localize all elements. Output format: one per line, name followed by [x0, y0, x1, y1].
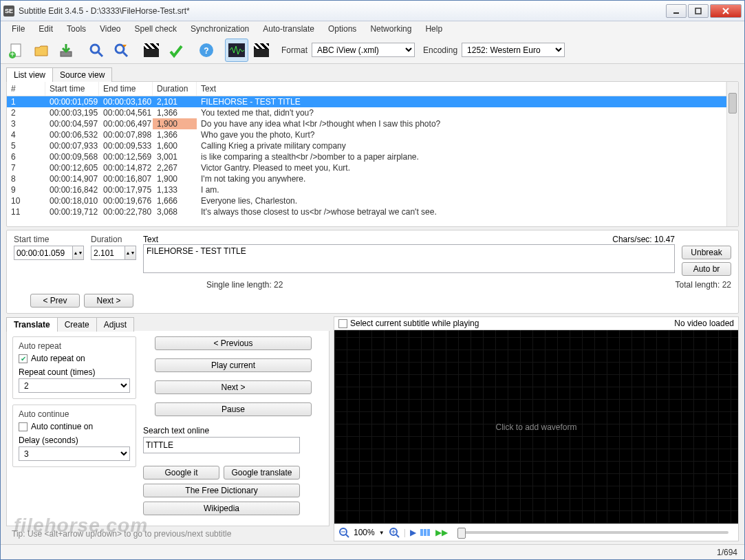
- svg-line-19: [396, 535, 399, 537]
- table-row[interactable]: 1100:00:19,71200:00:22,7803,068It's alwa…: [7, 206, 726, 217]
- spellcheck-icon[interactable]: [164, 39, 188, 62]
- col-end[interactable]: End time: [99, 82, 153, 96]
- duration-spinner[interactable]: ▲▼: [125, 246, 136, 260]
- start-time-input[interactable]: [14, 246, 73, 260]
- format-select[interactable]: ABC iView (.xml): [312, 43, 415, 57]
- table-row[interactable]: 500:00:07,93300:00:09,5331,600Calling Kr…: [7, 140, 726, 151]
- encoding-select[interactable]: 1252: Western Euro: [462, 43, 565, 57]
- menu-networking[interactable]: Networking: [365, 23, 417, 35]
- col-start[interactable]: Start time: [45, 82, 99, 96]
- google-translate-button[interactable]: Google translate: [224, 466, 300, 480]
- waveform-hint: Click to add waveform: [495, 422, 576, 432]
- tab-sourceview[interactable]: Source view: [52, 67, 112, 82]
- play-icon[interactable]: ▶: [410, 528, 416, 537]
- svg-line-11: [123, 52, 127, 56]
- status-counter: 1/694: [717, 548, 737, 557]
- window-title: Subtitle Edit 3.4.5 - D:\3333\FileHorse-…: [19, 6, 665, 16]
- autocontinue-checkbox[interactable]: [19, 422, 28, 431]
- grid-header: # Start time End time Duration Text: [7, 82, 726, 96]
- position-slider[interactable]: [457, 531, 728, 534]
- zoom-value: 100%: [354, 528, 375, 537]
- app-window: SE Subtitle Edit 3.4.5 - D:\3333\FileHor…: [0, 0, 745, 560]
- google-it-button[interactable]: Google it: [143, 466, 219, 480]
- free-dictionary-button[interactable]: The Free Dictionary: [143, 484, 300, 497]
- select-while-playing-checkbox[interactable]: [338, 319, 347, 328]
- translate-prev-button[interactable]: < Previous: [155, 336, 312, 350]
- table-row[interactable]: 900:00:16,84200:00:17,9751,133I am.: [7, 184, 726, 195]
- repeat-count-select[interactable]: 2: [19, 378, 130, 393]
- table-row[interactable]: 400:00:06,53200:00:07,8981,366Who gave y…: [7, 129, 726, 140]
- menu-help[interactable]: Help: [420, 23, 448, 35]
- menu-file[interactable]: File: [6, 23, 30, 35]
- zoom-in-icon[interactable]: [389, 527, 400, 538]
- tab-listview[interactable]: List view: [6, 67, 53, 82]
- tab-translate[interactable]: Translate: [6, 317, 58, 332]
- zoom-out-icon[interactable]: [338, 527, 349, 538]
- table-row[interactable]: 800:00:14,90700:00:16,8071,900I'm not ta…: [7, 173, 726, 184]
- menu-options[interactable]: Options: [323, 23, 362, 35]
- pause-button[interactable]: Pause: [155, 402, 312, 416]
- menu-autotranslate[interactable]: Auto-translate: [257, 23, 320, 35]
- svg-rect-24: [427, 529, 430, 536]
- col-text[interactable]: Text: [197, 82, 726, 96]
- svg-point-8: [91, 45, 99, 53]
- waveform-area[interactable]: Click to add waveform: [334, 330, 739, 524]
- menu-video[interactable]: Video: [94, 23, 126, 35]
- frames-icon[interactable]: [420, 528, 431, 537]
- autocontinue-title: Auto continue: [19, 409, 130, 419]
- col-num[interactable]: #: [7, 82, 45, 96]
- minimize-button[interactable]: [666, 4, 687, 18]
- toolbar: + ? Format ABC iView (.xml) Encoding 125…: [1, 36, 744, 64]
- autorepeat-checkbox[interactable]: ✔: [19, 354, 28, 363]
- new-file-icon[interactable]: +: [5, 39, 28, 62]
- help-icon[interactable]: ?: [195, 39, 218, 62]
- unbreak-button[interactable]: Unbreak: [682, 246, 731, 259]
- open-file-icon[interactable]: [30, 39, 53, 62]
- table-row[interactable]: 300:00:04,59700:00:06,4971,900Do you hav…: [7, 118, 726, 129]
- prev-button[interactable]: < Prev: [30, 294, 80, 308]
- menu-tools[interactable]: Tools: [61, 23, 91, 35]
- app-icon: SE: [3, 6, 14, 17]
- svg-line-9: [98, 52, 102, 56]
- tab-adjust[interactable]: Adjust: [96, 317, 134, 332]
- menu-edit[interactable]: Edit: [33, 23, 58, 35]
- start-time-label: Start time: [14, 235, 84, 244]
- table-row[interactable]: 200:00:03,19500:00:04,5611,366You texted…: [7, 107, 726, 118]
- delay-label: Delay (seconds): [19, 435, 130, 445]
- col-dur[interactable]: Duration: [153, 82, 197, 96]
- table-row[interactable]: 1000:00:18,01000:00:19,6761,666Everyone …: [7, 195, 726, 206]
- delay-select[interactable]: 3: [19, 446, 130, 461]
- video-header: Select current subtitle while playing No…: [334, 316, 739, 330]
- video-toggle-icon[interactable]: [250, 39, 273, 62]
- table-row[interactable]: 700:00:12,60500:00:14,8722,267Victor Gan…: [7, 162, 726, 173]
- table-row[interactable]: 100:00:01,05900:00:03,1602,101FILEHORSE …: [7, 96, 726, 107]
- wikipedia-button[interactable]: Wikipedia: [143, 502, 300, 515]
- autobr-button[interactable]: Auto br: [682, 262, 731, 276]
- no-video-label: No video loaded: [674, 319, 734, 328]
- menu-spellcheck[interactable]: Spell check: [129, 23, 182, 35]
- tab-create[interactable]: Create: [57, 317, 97, 332]
- save-file-icon[interactable]: [54, 39, 78, 62]
- waveform-toggle-icon[interactable]: [225, 39, 248, 62]
- svg-point-10: [116, 45, 124, 53]
- table-row[interactable]: 600:00:09,56800:00:12,5693,001is like co…: [7, 151, 726, 162]
- svg-text:?: ?: [204, 46, 208, 56]
- visual-sync-icon[interactable]: [140, 39, 163, 62]
- start-time-spinner[interactable]: ▲▼: [73, 246, 84, 260]
- subtitle-text-input[interactable]: [143, 244, 675, 273]
- maximize-button[interactable]: [688, 4, 709, 18]
- grid-scrollbar[interactable]: [726, 82, 738, 226]
- fastforward-icon[interactable]: ▶▶: [435, 528, 448, 537]
- duration-input[interactable]: [91, 246, 125, 260]
- next-button[interactable]: Next >: [84, 294, 133, 308]
- translate-next-button[interactable]: Next >: [155, 380, 312, 394]
- find-icon[interactable]: [85, 39, 108, 62]
- play-current-button[interactable]: Play current: [155, 358, 312, 372]
- search-online-input[interactable]: [143, 437, 300, 453]
- menubar: File Edit Tools Video Spell check Synchr…: [1, 21, 744, 36]
- search-online-label: Search text online: [143, 426, 323, 435]
- menu-sync[interactable]: Synchronization: [185, 23, 255, 35]
- close-button[interactable]: [710, 4, 742, 18]
- replace-icon[interactable]: [109, 39, 133, 62]
- edit-panel: Start time ▲▼ Duration ▲▼ Text Chars/sec…: [6, 230, 739, 314]
